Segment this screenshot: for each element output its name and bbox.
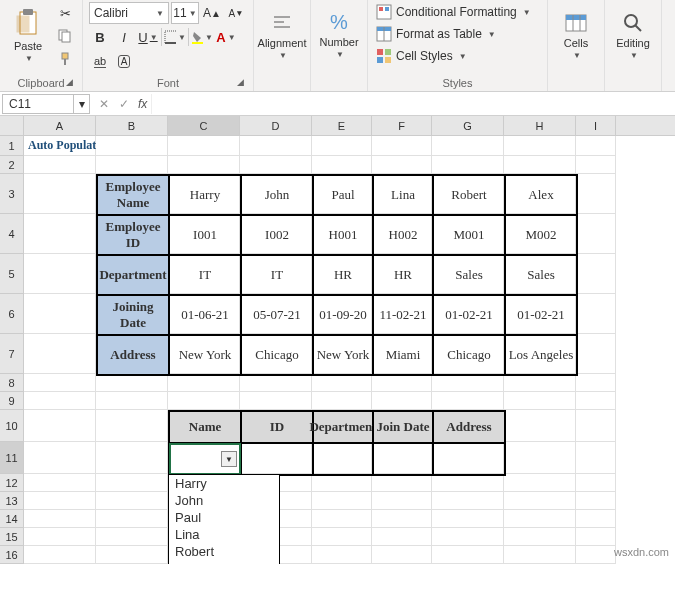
dropdown-item[interactable]: Paul [169,509,279,526]
row-header[interactable]: 12 [0,474,24,492]
row-header[interactable]: 7 [0,334,24,374]
dialog-launcher-icon[interactable]: ◢ [62,75,76,89]
row-header[interactable]: 13 [0,492,24,510]
font-name-select[interactable]: Calibri▼ [89,2,169,24]
page-title[interactable]: Auto Populate Cells In Excel Based On An… [24,136,96,156]
cell[interactable] [24,510,96,528]
cell[interactable] [240,156,312,174]
cell[interactable] [372,492,432,510]
cell[interactable] [504,492,576,510]
cell[interactable] [24,254,96,294]
cell[interactable] [24,174,96,214]
column-header[interactable]: G [432,116,504,135]
cell[interactable] [576,214,616,254]
cell[interactable] [576,374,616,392]
chevron-down-icon[interactable]: ▾ [73,95,89,113]
table-cell[interactable]: HR [313,255,373,295]
table-cell[interactable]: Miami [373,335,433,375]
row-header[interactable]: 11 [0,442,24,474]
cells-button[interactable]: Cells ▼ [554,2,598,68]
column-header[interactable]: C [168,116,240,135]
cell[interactable] [240,392,312,410]
table-cell[interactable]: 01-09-20 [313,295,373,335]
cell[interactable] [432,392,504,410]
table-cell[interactable] [373,443,433,475]
row-header[interactable]: 9 [0,392,24,410]
alignment-button[interactable]: Alignment ▼ [260,2,304,68]
cell[interactable] [576,254,616,294]
cell[interactable] [24,410,96,442]
table-cell[interactable]: Lina [373,175,433,215]
dropdown-item[interactable]: Alex [169,560,279,564]
table-cell[interactable]: Los Angeles [505,335,577,375]
cell[interactable] [96,392,168,410]
conditional-formatting-button[interactable]: Conditional Formatting▼ [374,2,533,22]
table-cell[interactable]: I002 [241,215,313,255]
bold-button[interactable]: B [89,26,111,48]
table-cell[interactable]: 11-02-21 [373,295,433,335]
table-cell[interactable] [313,443,373,475]
cell[interactable] [576,474,616,492]
row-header[interactable]: 8 [0,374,24,392]
table-cell[interactable]: H002 [373,215,433,255]
table-header[interactable]: Employee ID [97,215,169,255]
table-cell[interactable]: M001 [433,215,505,255]
cell[interactable] [576,392,616,410]
cell[interactable] [24,294,96,334]
cell[interactable] [96,442,168,474]
cell[interactable] [372,136,432,156]
cell[interactable] [576,528,616,546]
number-button[interactable]: % Number ▼ [317,2,361,68]
cell[interactable] [372,156,432,174]
underline-button[interactable]: U▼ [137,26,159,48]
cell[interactable] [432,136,504,156]
cell[interactable] [504,374,576,392]
cell[interactable] [504,410,576,442]
column-header[interactable]: I [576,116,616,135]
cell[interactable] [240,374,312,392]
dropdown-item[interactable]: Robert [169,543,279,560]
ruby-button[interactable]: ab [89,50,111,72]
table-cell[interactable]: Chicago [241,335,313,375]
cell[interactable] [24,492,96,510]
cell[interactable] [576,442,616,474]
row-header[interactable]: 2 [0,156,24,174]
active-cell[interactable]: ▼ [169,443,241,475]
row-header[interactable]: 16 [0,546,24,564]
cell[interactable] [372,546,432,564]
cell[interactable] [312,374,372,392]
cell[interactable] [432,510,504,528]
cell[interactable] [432,492,504,510]
italic-button[interactable]: I [113,26,135,48]
cell[interactable] [96,528,168,546]
cell[interactable] [24,214,96,254]
table-cell[interactable] [241,443,313,475]
cell[interactable] [312,510,372,528]
table-cell[interactable]: H001 [313,215,373,255]
cell[interactable] [504,392,576,410]
table-header[interactable]: Address [97,335,169,375]
cell[interactable] [372,510,432,528]
cell[interactable] [504,474,576,492]
cell[interactable] [312,546,372,564]
cell[interactable] [24,392,96,410]
cell[interactable] [168,392,240,410]
cell[interactable] [576,510,616,528]
cell[interactable] [168,156,240,174]
cells-area[interactable]: Auto Populate Cells In Excel Based On An… [24,136,675,564]
cell[interactable] [24,442,96,474]
font-color-button[interactable]: A▼ [215,26,237,48]
cell[interactable] [312,136,372,156]
table-cell[interactable]: New York [313,335,373,375]
table-cell[interactable]: 05-07-21 [241,295,313,335]
cut-button[interactable]: ✂ [54,2,76,24]
table-header[interactable]: Join Date [373,411,433,443]
table-cell[interactable]: New York [169,335,241,375]
insert-function-button[interactable]: fx [134,97,151,111]
row-header[interactable]: 14 [0,510,24,528]
cell[interactable] [504,528,576,546]
cell[interactable] [24,156,96,174]
table-header[interactable]: Department [313,411,373,443]
table-header[interactable]: Name [169,411,241,443]
cell[interactable] [576,334,616,374]
